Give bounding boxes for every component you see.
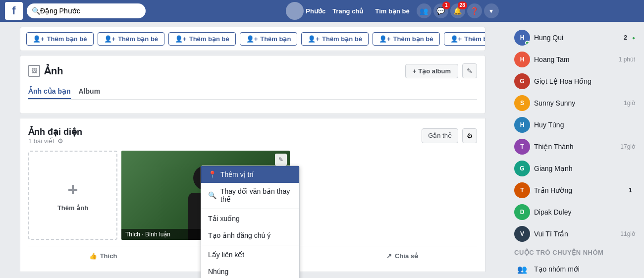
- album-info: Ảnh đại diện 1 bài viết ⚙: [28, 126, 82, 145]
- create-album-button[interactable]: + Tạo album: [405, 64, 458, 78]
- search-icon: 🔍: [208, 191, 216, 199]
- photos-header: 🖼 Ảnh + Tạo album ✎: [28, 63, 477, 78]
- ctx-divider-1: [201, 209, 299, 209]
- nav-notifications-icon[interactable]: 🔔 28: [450, 3, 465, 18]
- add-friend-btn-5[interactable]: 👤+ Thêm bạn bè: [301, 32, 369, 46]
- group-chats-title: CUỘC TRÒ CHUYỆN NHÓM: [510, 245, 639, 258]
- right-sidebar: H Hung Qui 2 ● H Hoang Tam 1 phút: [505, 22, 644, 278]
- sidebar-contact[interactable]: H Hung Qui 2 ●: [510, 27, 639, 49]
- add-photo-box[interactable]: + Thêm ảnh: [28, 151, 117, 240]
- album-settings-button[interactable]: ⚙: [462, 128, 477, 143]
- sidebar-contact[interactable]: G Giọt Lệ Hoa Hồng: [510, 70, 639, 92]
- album-section: Ảnh đại diện 1 bài viết ⚙ Gắn thẻ ⚙ + Th…: [20, 118, 485, 272]
- sidebar-contact[interactable]: S Sunny Sunny 1giờ: [510, 92, 639, 114]
- ctx-change-alt-text[interactable]: 🔍 Thay đổi văn bản thay thế: [201, 183, 299, 208]
- photo-grid: + Thêm ảnh ✎ Thích · Bình luận: [28, 151, 477, 240]
- ctx-embed[interactable]: Nhúng: [201, 263, 299, 278]
- gan-the-button[interactable]: Gắn thẻ: [422, 128, 458, 143]
- tab-album[interactable]: Album: [79, 84, 101, 99]
- photo-item: ✎ Thích · Bình luận 📍 Thêm vị trí 🔍 Thay…: [121, 151, 290, 240]
- add-friend-btn-2[interactable]: 👤+ Thêm bạn bè: [98, 32, 165, 46]
- tab-your-photos[interactable]: Ảnh của bạn: [28, 84, 71, 99]
- photos-actions: + Tạo album ✎: [405, 63, 477, 78]
- edit-photos-button[interactable]: ✎: [462, 63, 477, 78]
- ctx-add-location[interactable]: 📍 Thêm vị trí: [201, 166, 299, 183]
- add-friend-btn-6[interactable]: 👤+ Thêm bạn bè: [373, 32, 440, 46]
- photos-section: 🖼 Ảnh + Tạo album ✎ Ảnh của bạn Album: [20, 55, 485, 114]
- nav-help-icon[interactable]: ❓: [467, 3, 482, 18]
- messages-badge: 1: [442, 1, 450, 9]
- photos-icon: 🖼: [28, 65, 40, 77]
- location-icon: 📍: [208, 170, 216, 178]
- ctx-download[interactable]: Tải xuống: [201, 210, 299, 227]
- add-friend-btn-3[interactable]: 👤+ Thêm bạn bè: [168, 32, 236, 46]
- photo-edit-button[interactable]: ✎: [275, 154, 287, 166]
- like-button[interactable]: 👍 Thích: [28, 248, 178, 264]
- center-content: 👤+ Thêm bạn bè 👤+ Thêm bạn bè 👤+ Thêm bạ…: [20, 22, 485, 278]
- nav-user-avatar[interactable]: [286, 2, 304, 20]
- sidebar-contact[interactable]: T Thiện Thành 17giờ: [510, 136, 639, 158]
- ctx-divider-2: [201, 245, 299, 245]
- create-group-button[interactable]: 👥 Tạo nhóm mới: [510, 258, 639, 278]
- friends-suggestions-bar: 👤+ Thêm bạn bè 👤+ Thêm bạn bè 👤+ Thêm bạ…: [20, 27, 485, 51]
- top-navigation: f 🔍 Phước Trang chủ Tìm bạn bè 👥 💬 1 🔔 2…: [0, 0, 644, 22]
- add-friend-btn-1[interactable]: 👤+ Thêm bạn bè: [26, 32, 94, 46]
- add-friend-btn-4[interactable]: 👤+ Thêm bạn: [240, 32, 298, 46]
- create-group-icon: 👥: [514, 261, 530, 277]
- album-subtitle: 1 bài viết ⚙: [28, 137, 82, 145]
- nav-home-link[interactable]: Trang chủ: [327, 5, 368, 17]
- add-photo-label: Thêm ảnh: [57, 204, 88, 212]
- add-friend-btn-7[interactable]: 👤+ Thêm bạn bè: [444, 32, 486, 46]
- contacts-list: H Hung Qui 2 ● H Hoang Tam 1 phút: [510, 27, 639, 245]
- nav-find-friends-link[interactable]: Tìm bạn bè: [370, 5, 414, 17]
- sidebar-contact[interactable]: V Vui Tí Trần 11giờ: [510, 223, 639, 245]
- facebook-logo[interactable]: f: [5, 2, 23, 20]
- photos-tabs: Ảnh của bạn Album: [28, 84, 477, 100]
- nav-friends-icon[interactable]: 👥: [417, 3, 431, 18]
- album-title: Ảnh đại diện: [28, 126, 82, 137]
- search-icon: 🔍: [32, 7, 40, 15]
- context-menu: 📍 Thêm vị trí 🔍 Thay đổi văn bản thay th…: [201, 166, 300, 278]
- search-input[interactable]: [40, 7, 134, 15]
- sidebar-contact[interactable]: D Dipak Duley: [510, 201, 639, 223]
- ctx-make-featured[interactable]: Tạo ảnh đăng chú ý: [201, 227, 299, 244]
- share-button[interactable]: ↗ Chia sẻ: [327, 248, 477, 264]
- notifications-badge: 28: [458, 1, 467, 9]
- sidebar-contact[interactable]: H Hoang Tam 1 phút: [510, 49, 639, 70]
- main-wrapper: 👤+ Thêm bạn bè 👤+ Thêm bạn bè 👤+ Thêm bạ…: [0, 22, 644, 278]
- nav-messages-icon[interactable]: 💬 1: [433, 3, 448, 18]
- nav-dropdown-icon[interactable]: ▾: [484, 3, 499, 18]
- nav-center: Phước Trang chủ Tìm bạn bè 👥 💬 1 🔔 28 ❓ …: [146, 2, 639, 20]
- search-bar[interactable]: 🔍: [27, 3, 146, 18]
- ctx-get-link[interactable]: Lấy liên kết: [201, 246, 299, 263]
- album-header: Ảnh đại diện 1 bài viết ⚙ Gắn thẻ ⚙: [28, 126, 477, 145]
- like-icon: 👍: [89, 252, 97, 260]
- add-photo-icon: +: [67, 179, 78, 200]
- settings-gear-icon: ⚙: [57, 137, 63, 145]
- sidebar-contact[interactable]: T Trần Hường 1: [510, 179, 639, 201]
- nav-username[interactable]: Phước: [306, 7, 325, 15]
- photos-title: 🖼 Ảnh: [28, 65, 63, 77]
- sidebar-contact[interactable]: G Giang Mạnh: [510, 158, 639, 179]
- share-icon: ↗: [386, 252, 392, 260]
- album-actions: Gắn thẻ ⚙: [422, 128, 477, 143]
- sidebar-contact[interactable]: H Huy Tùng: [510, 114, 639, 136]
